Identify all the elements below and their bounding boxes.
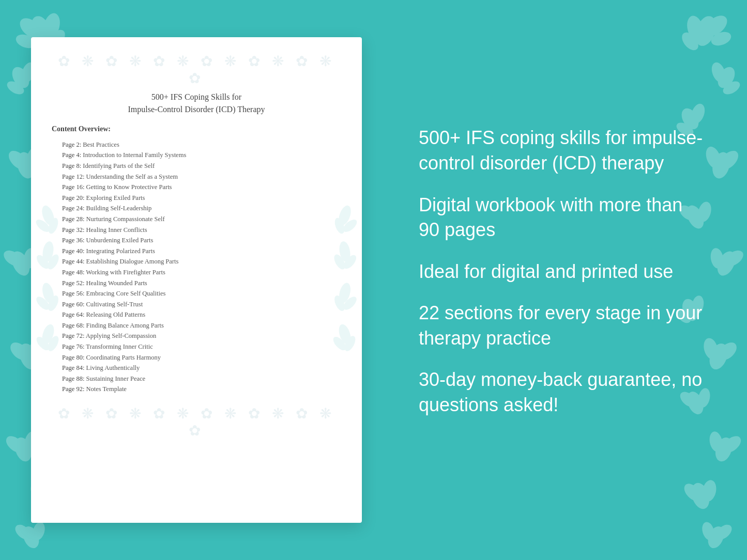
toc-item: Page 76: Transforming Inner Critic xyxy=(52,341,341,352)
toc-item: Page 12: Understanding the Self as a Sys… xyxy=(52,172,341,182)
card-side-decor-right xyxy=(332,200,358,360)
mandala-bottom-decor: ✿ ❋ ✿ ❋ ✿ ❋ ✿ ❋ ✿ ❋ ✿ ❋ ✿ xyxy=(52,405,341,439)
toc-item: Page 56: Embracing Core Self Qualities xyxy=(52,288,341,299)
feature-text: Digital workbook with more than 90 pages xyxy=(419,193,706,243)
svg-point-79 xyxy=(688,306,693,312)
toc-item: Page 52: Healing Wounded Parts xyxy=(52,278,341,289)
toc-item: Page 64: Releasing Old Patterns xyxy=(52,310,341,321)
toc-item: Page 80: Coordinating Parts Harmony xyxy=(52,352,341,363)
svg-point-71 xyxy=(693,213,698,219)
main-layout: ✿ ❋ ✿ ❋ ✿ ❋ ✿ ❋ ✿ ❋ ✿ ❋ ✿ xyxy=(0,0,747,560)
toc-item: Page 92: Notes Template xyxy=(52,384,341,395)
toc-item: Page 44: Establishing Dialogue Among Par… xyxy=(52,257,341,268)
toc-item: Page 20: Exploring Exiled Parts xyxy=(52,193,341,204)
toc-item: Page 16: Getting to Know Protective Part… xyxy=(52,182,341,193)
svg-point-49 xyxy=(28,534,34,539)
feature-text: 500+ IFS coping skills for impulse-contr… xyxy=(419,126,706,176)
toc-item: Page 2: Best Practices xyxy=(52,139,341,150)
feature-text: 30-day money-back guarantee, no question… xyxy=(419,367,706,417)
svg-point-5 xyxy=(38,28,44,34)
feature-text: 22 sections for every stage in your ther… xyxy=(419,301,706,351)
left-panel: ✿ ❋ ✿ ❋ ✿ ❋ ✿ ❋ ✿ ❋ ✿ ❋ ✿ xyxy=(0,0,393,560)
toc-item: Page 24: Building Self-Leadership xyxy=(52,204,341,214)
svg-point-91 xyxy=(721,446,726,451)
toc-item: Page 84: Living Authentically xyxy=(52,363,341,374)
svg-point-83 xyxy=(715,352,722,359)
document-title: 500+ IFS Coping Skills for Impulse-Contr… xyxy=(52,91,341,116)
svg-point-87 xyxy=(693,399,698,405)
mandala-top-decor: ✿ ❋ ✿ ❋ ✿ ❋ ✿ ❋ ✿ ❋ ✿ ❋ ✿ xyxy=(52,53,341,87)
toc-item: Page 72: Applying Self-Compassion xyxy=(52,331,341,342)
toc-list: Page 2: Best PracticesPage 4: Introducti… xyxy=(52,139,341,395)
floral-right-decor xyxy=(664,0,747,560)
svg-point-95 xyxy=(698,492,704,498)
toc-item: Page 60: Cultivating Self-Trust xyxy=(52,299,341,310)
svg-point-59 xyxy=(721,77,726,83)
toc-item: Page 32: Healing Inner Conflicts xyxy=(52,225,341,236)
toc-item: Page 88: Sustaining Inner Peace xyxy=(52,374,341,384)
svg-point-41 xyxy=(21,446,26,451)
toc-item: Page 4: Introduction to Internal Family … xyxy=(52,150,341,161)
svg-point-67 xyxy=(718,161,724,167)
svg-point-55 xyxy=(703,28,709,34)
svg-point-99 xyxy=(713,534,719,539)
svg-point-25 xyxy=(18,260,23,265)
toc-item: Page 8: Identifying Parts of the Self xyxy=(52,161,341,172)
toc-item: Page 36: Unburdening Exiled Parts xyxy=(52,235,341,246)
toc-item: Page 40: Integrating Polarized Parts xyxy=(52,246,341,257)
feature-text: Ideal for digital and printed use xyxy=(419,259,706,285)
svg-point-63 xyxy=(689,119,694,124)
document-card: ✿ ❋ ✿ ❋ ✿ ❋ ✿ ❋ ✿ ❋ ✿ ❋ ✿ xyxy=(31,37,362,523)
content-overview-label: Content Overview: xyxy=(52,125,341,133)
toc-item: Page 28: Nurturing Compassionate Self xyxy=(52,214,341,225)
card-side-decor-left xyxy=(35,200,61,360)
toc-item: Page 68: Finding Balance Among Parts xyxy=(52,320,341,331)
svg-point-9 xyxy=(21,77,26,83)
svg-point-75 xyxy=(724,260,729,265)
svg-point-17 xyxy=(23,161,29,167)
toc-item: Page 48: Working with Firefighter Parts xyxy=(52,267,341,278)
